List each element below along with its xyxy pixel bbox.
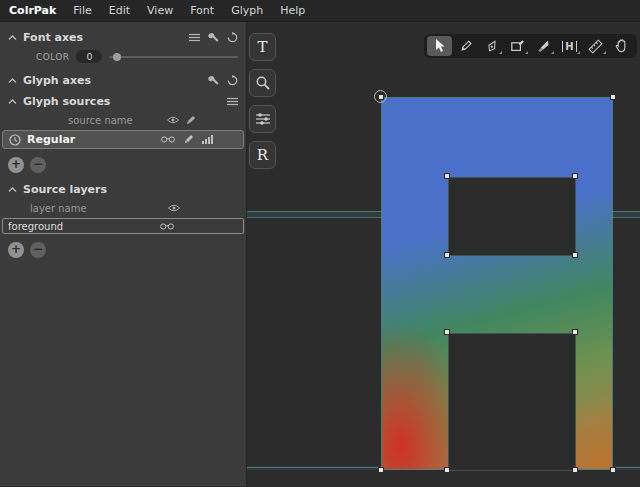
selection-handle[interactable] bbox=[444, 252, 450, 258]
chevron-up-icon bbox=[8, 99, 17, 105]
menu-edit[interactable]: Edit bbox=[109, 4, 130, 17]
edit-pencil-icon[interactable] bbox=[185, 115, 196, 126]
glyph-axes-reset-icon[interactable] bbox=[227, 75, 238, 86]
text-tool-tab[interactable]: T bbox=[249, 33, 276, 61]
chevron-up-icon bbox=[8, 187, 17, 193]
add-source-button[interactable]: + bbox=[8, 157, 24, 173]
pencil-icon bbox=[459, 40, 472, 53]
glyph-axes-section-header[interactable]: Glyph axes bbox=[0, 70, 246, 91]
axes-tools-icon[interactable] bbox=[208, 32, 219, 43]
selection-handle[interactable] bbox=[572, 173, 578, 179]
selection-handle[interactable] bbox=[610, 467, 616, 473]
slider-thumb[interactable] bbox=[113, 53, 121, 61]
glasses-icon[interactable] bbox=[160, 223, 174, 230]
source-name-column-header: source name bbox=[68, 115, 161, 126]
layer-add-remove: + − bbox=[0, 236, 246, 264]
remove-layer-button[interactable]: − bbox=[30, 242, 46, 258]
ruler-icon bbox=[588, 39, 603, 54]
glyph-editor-canvas[interactable]: T R H bbox=[247, 22, 640, 486]
visibility-eye-icon[interactable] bbox=[167, 116, 179, 124]
selection-handle[interactable] bbox=[444, 173, 450, 179]
visibility-eye-icon[interactable] bbox=[168, 204, 180, 212]
glyph-bottom-notch[interactable] bbox=[448, 333, 576, 471]
add-layer-button[interactable]: + bbox=[8, 242, 24, 258]
source-columns-row: source name bbox=[0, 112, 246, 128]
sliders-icon bbox=[256, 113, 270, 125]
shapes-tool-button[interactable] bbox=[505, 36, 530, 56]
chevron-up-icon bbox=[8, 35, 17, 41]
rectangle-pen-icon bbox=[511, 40, 524, 52]
source-layers-section-header[interactable]: Source layers bbox=[0, 179, 246, 200]
pointer-icon bbox=[434, 39, 446, 53]
metrics-icon: H bbox=[562, 41, 576, 52]
pointer-tool-button[interactable] bbox=[427, 36, 452, 56]
selection-handle[interactable] bbox=[572, 329, 578, 335]
edit-toolbar: H bbox=[424, 34, 637, 58]
glyph-r-label: R bbox=[257, 146, 268, 164]
font-axes-title: Font axes bbox=[23, 31, 183, 44]
magnifier-icon bbox=[256, 76, 270, 90]
axes-reset-icon[interactable] bbox=[227, 32, 238, 43]
source-layers-title: Source layers bbox=[23, 183, 238, 196]
pen-tool-button[interactable] bbox=[479, 36, 504, 56]
selection-handle[interactable] bbox=[572, 467, 578, 473]
pencil-tool-button[interactable] bbox=[453, 36, 478, 56]
glyph-axes-tools-icon[interactable] bbox=[208, 75, 219, 86]
sidebar: Font axes COLOR 0 Glyph axes bbox=[0, 22, 247, 486]
glasses-icon[interactable] bbox=[161, 136, 175, 143]
app-window: ColrPak File Edit View Font Glyph Help F… bbox=[0, 0, 640, 487]
axes-menu-icon[interactable] bbox=[189, 33, 200, 42]
color-axis-row: COLOR 0 bbox=[0, 48, 246, 70]
measure-tool-button[interactable] bbox=[583, 36, 608, 56]
color-axis-value[interactable]: 0 bbox=[76, 50, 102, 63]
source-add-remove: + − bbox=[0, 151, 246, 179]
axes-panel-tab[interactable] bbox=[249, 105, 276, 133]
source-row-regular[interactable]: Regular bbox=[2, 130, 244, 149]
edit-pencil-icon[interactable] bbox=[183, 134, 194, 145]
app-title: ColrPak bbox=[9, 4, 56, 17]
metrics-tool-button[interactable]: H bbox=[557, 36, 582, 56]
knife-icon bbox=[538, 40, 550, 53]
source-status-clock-icon bbox=[9, 134, 21, 146]
color-axis-label: COLOR bbox=[36, 52, 69, 62]
layer-columns-row: layer name bbox=[0, 200, 246, 216]
status-bars-icon[interactable] bbox=[202, 135, 213, 144]
hand-tool-button[interactable] bbox=[609, 36, 634, 56]
font-axes-section-header[interactable]: Font axes bbox=[0, 27, 246, 48]
text-tool-label: T bbox=[257, 38, 267, 56]
side-tool-tabs: T R bbox=[249, 33, 276, 169]
glyph-axes-title: Glyph axes bbox=[23, 74, 202, 87]
slider-track[interactable] bbox=[109, 56, 238, 58]
layer-row-foreground[interactable]: foreground bbox=[2, 218, 244, 234]
glyph-shape[interactable] bbox=[381, 97, 613, 470]
menu-glyph[interactable]: Glyph bbox=[231, 4, 263, 17]
pen-icon bbox=[486, 40, 498, 53]
layer-name: foreground bbox=[8, 221, 154, 232]
remove-source-button[interactable]: − bbox=[30, 157, 46, 173]
zoom-tool-tab[interactable] bbox=[249, 69, 276, 97]
glyph-r-tab[interactable]: R bbox=[249, 141, 276, 169]
menu-bar: ColrPak File Edit View Font Glyph Help bbox=[0, 0, 640, 22]
selection-handle[interactable] bbox=[444, 329, 450, 335]
hand-icon bbox=[615, 39, 628, 53]
menu-help[interactable]: Help bbox=[280, 4, 305, 17]
layer-name-column-header: layer name bbox=[30, 203, 162, 214]
selection-handle[interactable] bbox=[610, 94, 616, 100]
menu-font[interactable]: Font bbox=[190, 4, 214, 17]
glyph-counter-hole[interactable] bbox=[448, 177, 576, 256]
menu-file[interactable]: File bbox=[73, 4, 91, 17]
selection-handle[interactable] bbox=[572, 252, 578, 258]
color-axis-slider[interactable] bbox=[109, 52, 238, 62]
sources-menu-icon[interactable] bbox=[227, 97, 238, 106]
chevron-up-icon bbox=[8, 78, 17, 84]
selection-handle[interactable] bbox=[378, 467, 384, 473]
menu-view[interactable]: View bbox=[147, 4, 173, 17]
source-name: Regular bbox=[27, 133, 155, 146]
glyph-sources-title: Glyph sources bbox=[23, 95, 221, 108]
glyph-sources-section-header[interactable]: Glyph sources bbox=[0, 91, 246, 112]
origin-point-marker[interactable] bbox=[374, 90, 387, 103]
knife-tool-button[interactable] bbox=[531, 36, 556, 56]
selection-handle[interactable] bbox=[444, 467, 450, 473]
